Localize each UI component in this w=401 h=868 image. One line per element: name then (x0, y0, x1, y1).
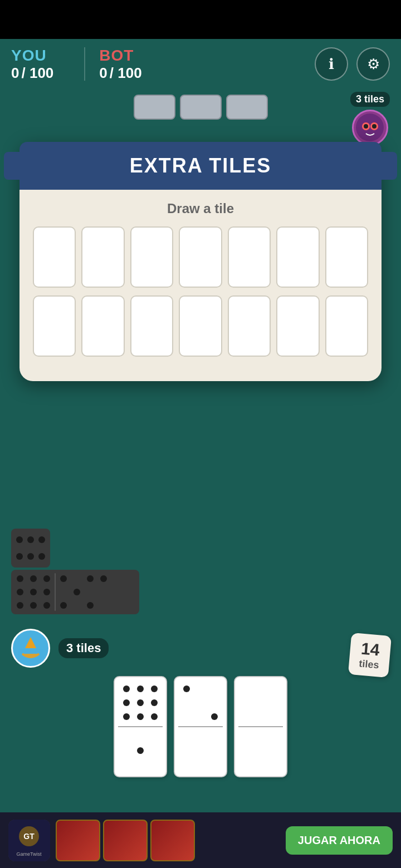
ad-cards (56, 820, 280, 861)
extra-tile-2-6[interactable] (276, 295, 319, 357)
draw-pile[interactable]: 14 tiles (348, 633, 392, 678)
hand-domino-1[interactable] (114, 676, 167, 777)
hand-domino-3-bottom (238, 728, 283, 773)
modal-subtitle: Draw a tile (19, 201, 382, 216)
score-divider (84, 47, 85, 81)
extra-tiles-modal: EXTRA TILES Draw a tile (19, 142, 382, 381)
you-score-value: 0 (11, 65, 19, 82)
ad-card-2 (103, 820, 148, 861)
extra-tile-2-3[interactable] (130, 295, 173, 357)
bot-tile-1 (134, 95, 175, 120)
bot-score-block: BOT 0 / 100 (99, 47, 141, 82)
extra-tile-2-4[interactable] (179, 295, 222, 357)
bot-tile-2 (180, 95, 222, 120)
hand-domino-3-top (238, 680, 283, 725)
ad-card-3 (150, 820, 195, 861)
modal-header: EXTRA TILES (19, 142, 382, 190)
svg-text:GameTwist: GameTwist (16, 851, 42, 857)
extra-tile-1-5[interactable] (228, 226, 271, 288)
top-status-bar (0, 0, 401, 39)
gear-icon: ⚙ (367, 56, 380, 73)
svg-point-3 (364, 124, 368, 129)
bot-tiles-label: 3 tiles (350, 92, 390, 107)
draw-pile-label: tiles (359, 658, 380, 671)
modal-title: EXTRA TILES (130, 154, 272, 177)
you-score-max: / 100 (21, 65, 53, 82)
bot-tile-3 (226, 95, 268, 120)
draw-pile-count: 14 (359, 639, 381, 660)
hand-domino-2[interactable] (174, 676, 227, 777)
hand-domino-1-top (118, 680, 163, 725)
ad-bar: GT GameTwist JUGAR AHORA (0, 812, 401, 868)
bot-avatar (352, 110, 388, 146)
you-score-block: YOU 0 / 100 (11, 47, 53, 82)
bot-avatar-container: 3 tiles (350, 92, 390, 146)
player-info-row: 3 tiles (11, 629, 109, 668)
board-area (11, 529, 139, 614)
score-bar: YOU 0 / 100 BOT 0 / 100 ℹ ⚙ (0, 39, 401, 89)
extra-tile-1-3[interactable] (130, 226, 173, 288)
hand-domino-1-bottom (118, 728, 163, 773)
player-tiles-count: 3 tiles (58, 638, 109, 658)
extra-tile-2-2[interactable] (81, 295, 124, 357)
you-label: YOU (11, 47, 53, 65)
board-domino-top (11, 529, 50, 568)
board-domino-horizontal (11, 570, 139, 614)
extra-tile-2-1[interactable] (33, 295, 76, 357)
extra-tile-1-2[interactable] (81, 226, 124, 288)
extra-tiles-row-1 (19, 226, 382, 288)
ad-play-button[interactable]: JUGAR AHORA (286, 826, 393, 855)
extra-tile-2-7[interactable] (325, 295, 368, 357)
hand-domino-2-bottom (178, 728, 223, 773)
info-icon: ℹ (329, 56, 334, 73)
extra-tile-1-4[interactable] (179, 226, 222, 288)
bot-score-value: 0 (99, 65, 107, 82)
extra-tile-1-1[interactable] (33, 226, 76, 288)
svg-point-4 (372, 124, 376, 129)
extra-tile-2-5[interactable] (228, 295, 271, 357)
bot-score-max: / 100 (110, 65, 142, 82)
extra-tile-1-7[interactable] (325, 226, 368, 288)
ad-card-1 (56, 820, 100, 861)
hand-domino-3[interactable] (234, 676, 287, 777)
svg-point-0 (356, 114, 384, 141)
svg-text:GT: GT (23, 832, 35, 841)
info-button[interactable]: ℹ (315, 47, 348, 81)
ad-icon: GT GameTwist (8, 820, 50, 861)
player-area: 3 tiles (0, 629, 401, 777)
hand-domino-2-top (178, 680, 223, 725)
bot-label: BOT (99, 47, 141, 65)
extra-tiles-row-2 (19, 295, 382, 357)
settings-button[interactable]: ⚙ (356, 47, 390, 81)
player-hand (11, 676, 390, 777)
bot-tiles-area (0, 92, 401, 122)
extra-tile-1-6[interactable] (276, 226, 319, 288)
player-avatar (11, 629, 50, 668)
